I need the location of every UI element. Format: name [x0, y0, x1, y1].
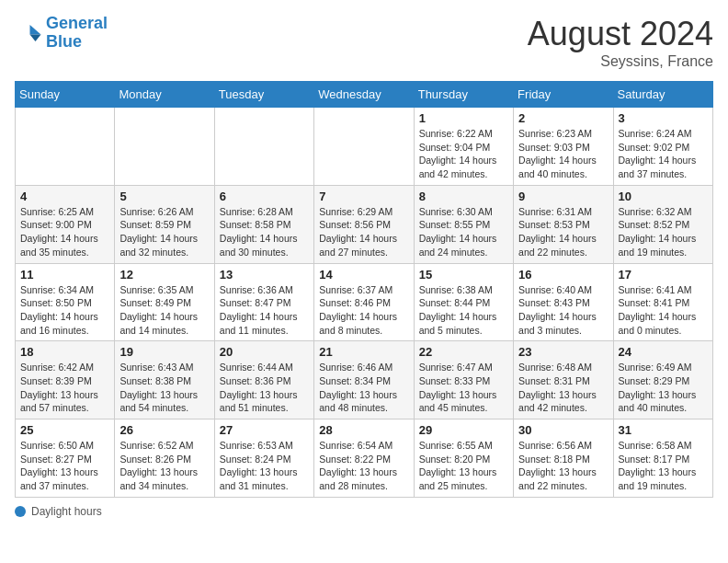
calendar-cell: 27Sunrise: 6:53 AM Sunset: 8:24 PM Dayli…	[214, 419, 313, 498]
day-number: 16	[518, 268, 608, 282]
day-info: Sunrise: 6:44 AM Sunset: 8:36 PM Dayligh…	[220, 361, 309, 415]
calendar-cell: 12Sunrise: 6:35 AM Sunset: 8:49 PM Dayli…	[115, 263, 214, 341]
weekday-header-tuesday: Tuesday	[214, 82, 313, 108]
week-row: 18Sunrise: 6:42 AM Sunset: 8:39 PM Dayli…	[16, 341, 713, 419]
day-number: 14	[319, 268, 408, 282]
weekday-header-thursday: Thursday	[414, 82, 513, 108]
day-number: 22	[419, 345, 508, 359]
day-info: Sunrise: 6:55 AM Sunset: 8:20 PM Dayligh…	[419, 439, 508, 493]
calendar-cell	[16, 108, 115, 186]
day-info: Sunrise: 6:23 AM Sunset: 9:03 PM Dayligh…	[518, 127, 608, 181]
day-info: Sunrise: 6:50 AM Sunset: 8:27 PM Dayligh…	[20, 439, 109, 493]
calendar-cell: 25Sunrise: 6:50 AM Sunset: 8:27 PM Dayli…	[16, 419, 115, 498]
day-number: 11	[20, 268, 109, 282]
calendar-cell: 6Sunrise: 6:28 AM Sunset: 8:58 PM Daylig…	[214, 185, 313, 263]
day-number: 3	[619, 111, 708, 125]
weekday-header-saturday: Saturday	[613, 82, 712, 108]
calendar-cell: 18Sunrise: 6:42 AM Sunset: 8:39 PM Dayli…	[16, 341, 115, 419]
day-number: 31	[619, 423, 708, 437]
day-info: Sunrise: 6:52 AM Sunset: 8:26 PM Dayligh…	[119, 439, 209, 493]
calendar-cell: 8Sunrise: 6:30 AM Sunset: 8:55 PM Daylig…	[414, 185, 513, 263]
day-info: Sunrise: 6:41 AM Sunset: 8:41 PM Dayligh…	[619, 283, 708, 338]
day-number: 18	[20, 345, 109, 359]
calendar-cell: 15Sunrise: 6:38 AM Sunset: 8:44 PM Dayli…	[414, 263, 513, 341]
day-info: Sunrise: 6:22 AM Sunset: 9:04 PM Dayligh…	[419, 127, 508, 181]
calendar-header: SundayMondayTuesdayWednesdayThursdayFrid…	[16, 82, 713, 108]
day-number: 8	[419, 190, 508, 203]
day-number: 29	[419, 423, 508, 437]
weekday-header-sunday: Sunday	[16, 82, 115, 108]
day-info: Sunrise: 6:30 AM Sunset: 8:55 PM Dayligh…	[419, 205, 508, 259]
calendar-cell: 28Sunrise: 6:54 AM Sunset: 8:22 PM Dayli…	[314, 419, 414, 498]
day-info: Sunrise: 6:31 AM Sunset: 8:53 PM Dayligh…	[518, 205, 608, 259]
day-number: 12	[119, 268, 209, 282]
day-info: Sunrise: 6:49 AM Sunset: 8:29 PM Dayligh…	[619, 361, 708, 415]
week-row: 25Sunrise: 6:50 AM Sunset: 8:27 PM Dayli…	[16, 419, 713, 498]
calendar-cell	[314, 108, 414, 186]
day-info: Sunrise: 6:25 AM Sunset: 9:00 PM Dayligh…	[20, 205, 109, 259]
day-number: 13	[220, 268, 309, 282]
day-info: Sunrise: 6:56 AM Sunset: 8:18 PM Dayligh…	[518, 439, 608, 493]
day-info: Sunrise: 6:24 AM Sunset: 9:02 PM Dayligh…	[619, 127, 708, 181]
day-number: 15	[419, 268, 508, 282]
calendar-cell: 16Sunrise: 6:40 AM Sunset: 8:43 PM Dayli…	[514, 263, 613, 341]
day-info: Sunrise: 6:37 AM Sunset: 8:46 PM Dayligh…	[319, 283, 408, 338]
day-info: Sunrise: 6:48 AM Sunset: 8:31 PM Dayligh…	[518, 361, 608, 415]
day-number: 17	[619, 268, 708, 282]
day-number: 9	[518, 190, 608, 203]
calendar-cell: 24Sunrise: 6:49 AM Sunset: 8:29 PM Dayli…	[613, 341, 712, 419]
calendar-cell: 4Sunrise: 6:25 AM Sunset: 9:00 PM Daylig…	[16, 185, 115, 263]
day-number: 2	[518, 111, 608, 125]
weekday-header-wednesday: Wednesday	[314, 82, 414, 108]
calendar-cell: 13Sunrise: 6:36 AM Sunset: 8:47 PM Dayli…	[214, 263, 313, 341]
weekday-header-friday: Friday	[514, 82, 613, 108]
calendar-cell: 19Sunrise: 6:43 AM Sunset: 8:38 PM Dayli…	[115, 341, 214, 419]
weekday-header-monday: Monday	[115, 82, 214, 108]
day-number: 30	[518, 423, 608, 437]
calendar-cell: 22Sunrise: 6:47 AM Sunset: 8:33 PM Dayli…	[414, 341, 513, 419]
weekday-row: SundayMondayTuesdayWednesdayThursdayFrid…	[16, 82, 713, 108]
day-number: 28	[319, 423, 408, 437]
calendar-cell: 9Sunrise: 6:31 AM Sunset: 8:53 PM Daylig…	[514, 185, 613, 263]
calendar-cell	[115, 108, 214, 186]
calendar-cell: 31Sunrise: 6:58 AM Sunset: 8:17 PM Dayli…	[613, 419, 712, 498]
calendar-cell: 17Sunrise: 6:41 AM Sunset: 8:41 PM Dayli…	[613, 263, 712, 341]
day-info: Sunrise: 6:43 AM Sunset: 8:38 PM Dayligh…	[119, 361, 209, 415]
day-info: Sunrise: 6:47 AM Sunset: 8:33 PM Dayligh…	[419, 361, 508, 415]
week-row: 4Sunrise: 6:25 AM Sunset: 9:00 PM Daylig…	[16, 185, 713, 263]
calendar-cell: 11Sunrise: 6:34 AM Sunset: 8:50 PM Dayli…	[16, 263, 115, 341]
calendar-cell: 1Sunrise: 6:22 AM Sunset: 9:04 PM Daylig…	[414, 108, 513, 186]
day-number: 4	[20, 190, 109, 203]
calendar-cell: 29Sunrise: 6:55 AM Sunset: 8:20 PM Dayli…	[414, 419, 513, 498]
day-info: Sunrise: 6:34 AM Sunset: 8:50 PM Dayligh…	[20, 283, 109, 338]
svg-marker-0	[30, 25, 41, 35]
subtitle: Seyssins, France	[528, 53, 713, 70]
day-info: Sunrise: 6:28 AM Sunset: 8:58 PM Dayligh…	[220, 205, 309, 259]
page-header: General Blue August 2024 Seyssins, Franc…	[15, 15, 713, 70]
day-info: Sunrise: 6:32 AM Sunset: 8:52 PM Dayligh…	[619, 205, 708, 259]
day-info: Sunrise: 6:46 AM Sunset: 8:34 PM Dayligh…	[319, 361, 408, 415]
calendar-table: SundayMondayTuesdayWednesdayThursdayFrid…	[15, 81, 713, 498]
day-info: Sunrise: 6:42 AM Sunset: 8:39 PM Dayligh…	[20, 361, 109, 415]
title-block: August 2024 Seyssins, France	[528, 15, 713, 70]
logo-icon	[15, 19, 42, 47]
logo-line1: General	[46, 14, 108, 32]
calendar-body: 1Sunrise: 6:22 AM Sunset: 9:04 PM Daylig…	[16, 108, 713, 498]
day-info: Sunrise: 6:36 AM Sunset: 8:47 PM Dayligh…	[220, 283, 309, 338]
footer-dot	[15, 506, 26, 517]
day-number: 25	[20, 423, 109, 437]
day-info: Sunrise: 6:26 AM Sunset: 8:59 PM Dayligh…	[119, 205, 209, 259]
day-number: 5	[119, 190, 209, 203]
logo: General Blue	[15, 15, 108, 52]
calendar-cell: 3Sunrise: 6:24 AM Sunset: 9:02 PM Daylig…	[613, 108, 712, 186]
day-info: Sunrise: 6:35 AM Sunset: 8:49 PM Dayligh…	[119, 283, 209, 338]
main-title: August 2024	[528, 15, 713, 53]
calendar-cell: 2Sunrise: 6:23 AM Sunset: 9:03 PM Daylig…	[514, 108, 613, 186]
day-info: Sunrise: 6:58 AM Sunset: 8:17 PM Dayligh…	[619, 439, 708, 493]
day-number: 10	[619, 190, 708, 203]
calendar-cell	[214, 108, 313, 186]
day-number: 20	[220, 345, 309, 359]
calendar-cell: 26Sunrise: 6:52 AM Sunset: 8:26 PM Dayli…	[115, 419, 214, 498]
day-number: 6	[220, 190, 309, 203]
week-row: 11Sunrise: 6:34 AM Sunset: 8:50 PM Dayli…	[16, 263, 713, 341]
